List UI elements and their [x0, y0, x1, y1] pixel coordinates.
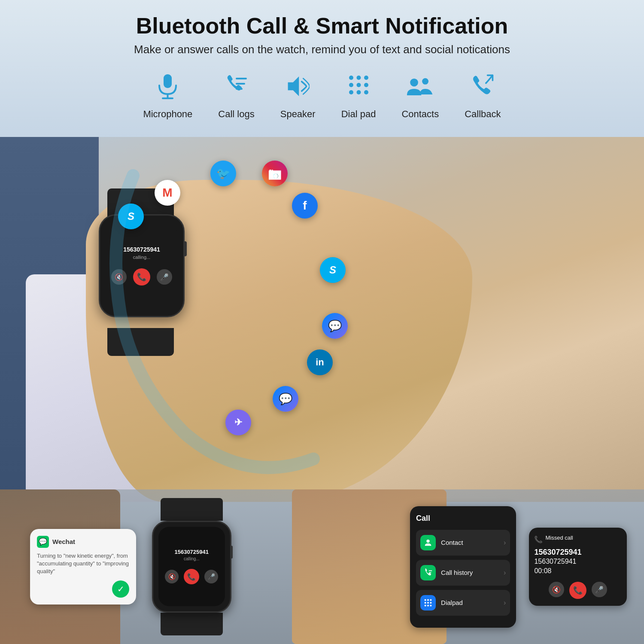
call-history-menu-icon [420, 565, 436, 580]
microphone-label: Microphone [143, 109, 192, 120]
missed-call-card: 📞 Missed call 15630725941 15630725941 00… [529, 528, 627, 606]
watch-small: 15630725941 calling... 🔇 📞 🎤 [149, 498, 234, 635]
top-section: Bluetooth Call & Smart Notification Make… [0, 0, 644, 137]
svg-point-16 [410, 79, 419, 87]
contacts-icon [406, 73, 434, 104]
dialpad-menu-label: Dialpad [441, 599, 498, 606]
wechat-header: 💬 Wechat [37, 536, 129, 548]
watch-small-buttons: 🔇 📞 🎤 [165, 569, 218, 584]
svg-point-22 [425, 599, 426, 601]
svg-point-9 [364, 76, 368, 80]
svg-point-15 [364, 90, 368, 94]
svg-point-11 [356, 83, 361, 87]
call-history-menu-arrow: › [504, 569, 506, 577]
watch-small-band-top [161, 498, 223, 521]
wechat-title: Wechat [52, 538, 75, 545]
dial-pad-icon [347, 73, 371, 104]
svg-rect-0 [164, 74, 172, 88]
call-menu-history[interactable]: Call history › [416, 560, 510, 586]
feature-microphone: Microphone [143, 73, 192, 120]
call-menu-contact[interactable]: Contact › [416, 530, 510, 556]
callback-icon [471, 73, 495, 104]
svg-point-17 [422, 78, 428, 85]
missed-call-header: Missed call [545, 535, 573, 541]
missed-call-buttons: 🔇 📞 🎤 [534, 582, 622, 599]
microphone-icon [156, 73, 179, 104]
features-row: Microphone Call logs [17, 69, 627, 128]
call-logs-icon [225, 73, 248, 104]
subtitle: Make or answer calls on the watch, remin… [17, 43, 627, 56]
svg-point-24 [430, 599, 431, 601]
callback-label: Callback [465, 109, 501, 120]
wechat-text: Turning to "new kinetic energy", from "a… [37, 552, 129, 576]
wechat-card: 💬 Wechat Turning to "new kinetic energy"… [30, 529, 136, 605]
feature-call-logs: Call logs [218, 73, 254, 120]
wechat-confirm-button[interactable]: ✓ [112, 580, 129, 598]
watch-small-decline-button[interactable]: 📞 [184, 569, 199, 584]
dialpad-menu-arrow: › [504, 599, 506, 607]
missed-decline-button[interactable]: 📞 [569, 582, 586, 599]
svg-point-26 [427, 601, 429, 603]
call-menu-title: Call [416, 514, 510, 523]
svg-point-23 [427, 599, 429, 601]
feature-callback: Callback [465, 73, 501, 120]
watch-small-mute-button[interactable]: 🔇 [165, 570, 179, 583]
contacts-label: Contacts [401, 109, 439, 120]
dial-pad-label: Dial pad [341, 109, 376, 120]
missed-time: 00:08 [534, 567, 622, 575]
speaker-label: Speaker [280, 109, 316, 120]
svg-point-13 [349, 90, 353, 94]
svg-point-27 [430, 601, 431, 603]
call-history-menu-label: Call history [441, 569, 498, 576]
svg-point-7 [349, 76, 353, 80]
svg-point-8 [356, 76, 361, 80]
svg-point-28 [425, 605, 426, 606]
middle-section: 15630725941 calling... 🔇 📞 🎤 M 🐦 📷 S f S [0, 137, 644, 502]
wechat-logo-icon: 💬 [37, 536, 49, 548]
watch-small-number: 15630725941 [174, 549, 209, 555]
watch-small-screen: 15630725941 calling... 🔇 📞 🎤 [158, 527, 225, 606]
wechat-check-area: ✓ [37, 580, 129, 598]
svg-point-30 [430, 605, 431, 606]
main-title: Bluetooth Call & Smart Notification [17, 13, 627, 39]
call-menu-dialpad[interactable]: Dialpad › [416, 590, 510, 616]
feature-speaker: Speaker [280, 73, 316, 120]
dialpad-menu-icon [420, 595, 436, 611]
svg-point-12 [364, 83, 368, 87]
watch-small-status: calling... [184, 556, 200, 561]
watch-small-band-bottom [161, 613, 223, 635]
call-logs-label: Call logs [218, 109, 254, 120]
contact-menu-label: Contact [441, 539, 498, 546]
bottom-section: 💬 Wechat Turning to "new kinetic energy"… [0, 489, 644, 644]
missed-mute-button[interactable]: 🔇 [549, 582, 564, 597]
missed-number1: 15630725941 [534, 548, 622, 557]
svg-point-14 [356, 90, 361, 94]
missed-number2: 15630725941 [534, 558, 622, 565]
contact-menu-arrow: › [504, 539, 506, 547]
svg-point-18 [426, 539, 429, 542]
svg-point-10 [349, 83, 353, 87]
social-arc [99, 150, 356, 485]
call-menu-card: Call Contact › Call history [410, 506, 516, 628]
watch-small-mic-button[interactable]: 🎤 [204, 570, 218, 583]
contact-menu-icon [420, 535, 436, 550]
svg-marker-6 [288, 76, 299, 96]
speaker-icon [286, 73, 310, 104]
svg-point-29 [427, 605, 429, 606]
feature-dial-pad: Dial pad [341, 73, 376, 120]
missed-mic-button[interactable]: 🎤 [592, 582, 607, 597]
feature-contacts: Contacts [401, 73, 439, 120]
svg-point-25 [425, 601, 426, 603]
watch-small-side-button [230, 546, 233, 559]
watch-small-body: 15630725941 calling... 🔇 📞 🎤 [152, 521, 231, 612]
